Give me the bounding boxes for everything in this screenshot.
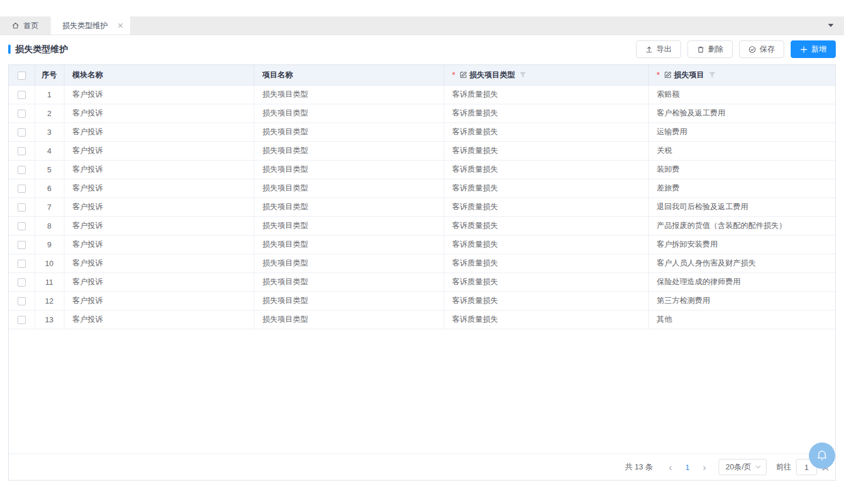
row-checkbox[interactable] bbox=[18, 316, 26, 324]
filter-icon[interactable] bbox=[709, 71, 716, 79]
edit-icon bbox=[664, 71, 672, 79]
page-size-select[interactable]: 20条/页 bbox=[719, 459, 767, 475]
row-loss-project-type[interactable]: 客诉质量损失 bbox=[444, 273, 648, 291]
tab-home[interactable]: 首页 bbox=[0, 16, 52, 35]
page-title-text: 损失类型维护 bbox=[15, 44, 68, 55]
row-checkbox[interactable] bbox=[18, 91, 26, 99]
row-loss-project[interactable]: 第三方检测费用 bbox=[648, 291, 835, 310]
row-loss-project-type[interactable]: 客诉质量损失 bbox=[444, 235, 648, 254]
row-module-name: 客户投诉 bbox=[64, 291, 254, 310]
row-checkbox[interactable] bbox=[18, 260, 26, 268]
caret-down-icon[interactable] bbox=[828, 23, 844, 28]
row-checkbox[interactable] bbox=[18, 147, 26, 155]
table-row[interactable]: 13 客户投诉 损失项目类型 客诉质量损失 其他 bbox=[9, 310, 835, 329]
table-row[interactable]: 4 客户投诉 损失项目类型 客诉质量损失 关税 bbox=[9, 141, 835, 160]
row-checkbox[interactable] bbox=[18, 203, 26, 212]
row-loss-project[interactable]: 其他 bbox=[648, 310, 835, 329]
delete-button-label: 删除 bbox=[708, 44, 723, 55]
row-loss-project[interactable]: 装卸费 bbox=[648, 160, 835, 179]
row-loss-project-type[interactable]: 客诉质量损失 bbox=[444, 216, 648, 235]
title-accent-bar bbox=[8, 45, 11, 54]
row-module-name: 客户投诉 bbox=[64, 197, 254, 216]
row-module-name: 客户投诉 bbox=[64, 141, 254, 160]
table-row[interactable]: 8 客户投诉 损失项目类型 客诉质量损失 产品报废的货值（含装配的配件损失） bbox=[9, 216, 835, 235]
row-loss-project[interactable]: 客户人员人身伤害及财产损失 bbox=[648, 254, 835, 273]
prev-page-button[interactable]: ‹ bbox=[662, 462, 679, 472]
row-loss-project-type[interactable]: 客诉质量损失 bbox=[444, 197, 648, 216]
row-loss-project-type[interactable]: 客诉质量损失 bbox=[444, 179, 648, 197]
table-row[interactable]: 10 客户投诉 损失项目类型 客诉质量损失 客户人员人身伤害及财产损失 bbox=[9, 254, 835, 273]
header-module-name: 模块名称 bbox=[64, 65, 254, 85]
select-all-checkbox[interactable] bbox=[18, 71, 26, 80]
row-loss-project[interactable]: 运输费用 bbox=[648, 122, 835, 141]
row-loss-project[interactable]: 产品报废的货值（含装配的配件损失） bbox=[648, 216, 835, 235]
row-checkbox[interactable] bbox=[18, 278, 26, 287]
row-loss-project[interactable]: 关税 bbox=[648, 141, 835, 160]
table-row[interactable]: 3 客户投诉 损失项目类型 客诉质量损失 运输费用 bbox=[9, 122, 835, 141]
header-project-name: 项目名称 bbox=[254, 65, 444, 85]
row-project-name: 损失项目类型 bbox=[254, 254, 444, 273]
row-loss-project-type[interactable]: 客诉质量损失 bbox=[444, 254, 648, 273]
row-module-name: 客户投诉 bbox=[64, 179, 254, 197]
row-loss-project-type[interactable]: 客诉质量损失 bbox=[444, 85, 648, 104]
home-icon bbox=[12, 22, 19, 29]
export-button[interactable]: 导出 bbox=[636, 40, 681, 58]
row-project-name: 损失项目类型 bbox=[254, 85, 444, 104]
row-loss-project[interactable]: 保险处理造成的律师费用 bbox=[648, 273, 835, 291]
add-button[interactable]: 新增 bbox=[791, 40, 836, 58]
delete-button[interactable]: 删除 bbox=[688, 40, 733, 58]
row-loss-project[interactable]: 差旅费 bbox=[648, 179, 835, 197]
row-module-name: 客户投诉 bbox=[64, 254, 254, 273]
save-button-label: 保存 bbox=[760, 44, 775, 55]
row-loss-project-type[interactable]: 客诉质量损失 bbox=[444, 291, 648, 310]
row-loss-project[interactable]: 客户拆卸安装费用 bbox=[648, 235, 835, 254]
row-checkbox[interactable] bbox=[18, 110, 26, 118]
page-size-value: 20条/页 bbox=[726, 462, 751, 472]
close-icon[interactable] bbox=[118, 23, 123, 28]
table-row[interactable]: 7 客户投诉 损失项目类型 客诉质量损失 退回我司后检验及返工费用 bbox=[9, 197, 835, 216]
row-checkbox[interactable] bbox=[18, 297, 26, 305]
table-row[interactable]: 9 客户投诉 损失项目类型 客诉质量损失 客户拆卸安装费用 bbox=[9, 235, 835, 254]
filter-icon[interactable] bbox=[519, 71, 526, 79]
table-row[interactable]: 5 客户投诉 损失项目类型 客诉质量损失 装卸费 bbox=[9, 160, 835, 179]
chevron-down-icon bbox=[755, 465, 761, 469]
row-loss-project-type[interactable]: 客诉质量损失 bbox=[444, 122, 648, 141]
row-loss-project-type[interactable]: 客诉质量损失 bbox=[444, 160, 648, 179]
row-checkbox-cell bbox=[9, 179, 35, 197]
tab-loss-type-maintenance[interactable]: 损失类型维护 bbox=[52, 16, 130, 35]
page-title: 损失类型维护 bbox=[8, 44, 68, 55]
row-loss-project[interactable]: 退回我司后检验及返工费用 bbox=[648, 197, 835, 216]
row-loss-project[interactable]: 索赔额 bbox=[648, 85, 835, 104]
row-checkbox-cell bbox=[9, 197, 35, 216]
table-row[interactable]: 12 客户投诉 损失项目类型 客诉质量损失 第三方检测费用 bbox=[9, 291, 835, 310]
loss-type-table-container: 序号 模块名称 项目名称 * 损失项目类型 bbox=[8, 64, 836, 481]
row-checkbox[interactable] bbox=[18, 128, 26, 137]
row-checkbox-cell bbox=[9, 104, 35, 122]
table-row[interactable]: 11 客户投诉 损失项目类型 客诉质量损失 保险处理造成的律师费用 bbox=[9, 273, 835, 291]
row-checkbox[interactable] bbox=[18, 185, 26, 193]
row-loss-project[interactable]: 客户检验及返工费用 bbox=[648, 104, 835, 122]
next-page-button[interactable]: › bbox=[696, 462, 713, 472]
table-row[interactable]: 2 客户投诉 损失项目类型 客诉质量损失 客户检验及返工费用 bbox=[9, 104, 835, 122]
row-project-name: 损失项目类型 bbox=[254, 160, 444, 179]
save-button[interactable]: 保存 bbox=[739, 40, 784, 58]
current-page-number[interactable]: 1 bbox=[679, 463, 696, 472]
table-row[interactable]: 1 客户投诉 损失项目类型 客诉质量损失 索赔额 bbox=[9, 85, 835, 104]
row-checkbox[interactable] bbox=[18, 241, 26, 249]
row-loss-project-type[interactable]: 客诉质量损失 bbox=[444, 141, 648, 160]
row-module-name: 客户投诉 bbox=[64, 160, 254, 179]
row-checkbox[interactable] bbox=[18, 222, 26, 230]
row-project-name: 损失项目类型 bbox=[254, 141, 444, 160]
row-project-name: 损失项目类型 bbox=[254, 235, 444, 254]
check-circle-icon bbox=[748, 46, 756, 53]
row-loss-project-type[interactable]: 客诉质量损失 bbox=[444, 310, 648, 329]
row-checkbox[interactable] bbox=[18, 166, 26, 174]
row-project-name: 损失项目类型 bbox=[254, 179, 444, 197]
row-loss-project-type[interactable]: 客诉质量损失 bbox=[444, 104, 648, 122]
pagination-bar: 共 13 条 ‹ 1 › 20条/页 前往 页 bbox=[9, 454, 835, 480]
tab-bar: 首页 损失类型维护 bbox=[0, 16, 844, 35]
row-project-name: 损失项目类型 bbox=[254, 104, 444, 122]
table-row[interactable]: 6 客户投诉 损失项目类型 客诉质量损失 差旅费 bbox=[9, 179, 835, 197]
notification-bell-button[interactable] bbox=[809, 442, 835, 469]
row-module-name: 客户投诉 bbox=[64, 273, 254, 291]
